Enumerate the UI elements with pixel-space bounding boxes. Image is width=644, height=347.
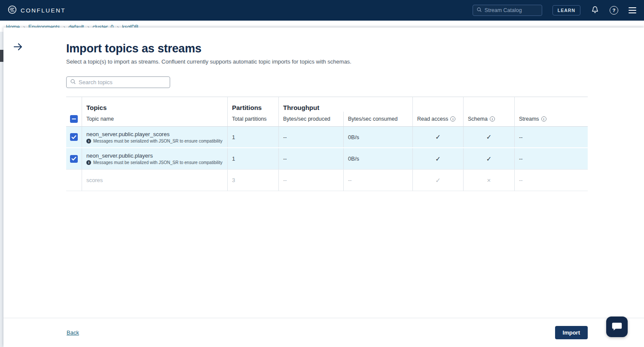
bytes-consumed-value: -- <box>343 170 412 191</box>
schema-check: ✓ <box>463 127 514 147</box>
collapse-panel-button[interactable] <box>13 42 23 53</box>
schema-check: ✓ <box>463 148 514 169</box>
read-access-check: ✓ <box>412 148 463 169</box>
table-row: neon_server.public.player_scores i Messa… <box>66 127 588 148</box>
indeterminate-icon <box>72 119 76 119</box>
col-group-topics: Topics <box>82 97 227 112</box>
streams-value: -- <box>514 170 588 191</box>
learn-button[interactable]: LEARN <box>552 5 580 15</box>
topic-note: i Messages must be serialized with JSON_… <box>86 139 223 143</box>
topic-search-input[interactable] <box>79 79 165 85</box>
topic-name: neon_server.public.player_scores <box>86 131 170 137</box>
col-group-spacer <box>514 97 588 112</box>
top-nav: CONFLUENT LEARN ? <box>0 0 644 21</box>
topics-table: Topics Partitions Throughput Topic name … <box>66 97 588 191</box>
main-menu-button[interactable] <box>629 7 636 13</box>
check-icon <box>71 155 76 162</box>
confluent-logo-icon <box>8 5 17 16</box>
chat-bubble-icon <box>611 321 623 333</box>
info-filled-icon: i <box>86 160 91 165</box>
row-checkbox[interactable] <box>70 133 78 141</box>
col-group-throughput: Throughput <box>278 97 412 112</box>
notifications-button[interactable] <box>591 6 599 15</box>
topic-search-box[interactable] <box>66 76 170 88</box>
table-row: neon_server.public.players i Messages mu… <box>66 148 588 170</box>
col-topic-name: Topic name <box>82 112 227 126</box>
col-group-spacer <box>412 97 463 112</box>
select-all-checkbox[interactable] <box>70 115 78 123</box>
help-icon: ? <box>610 6 618 15</box>
col-group-partitions: Partitions <box>227 97 278 112</box>
col-total-partitions: Total partitions <box>227 112 278 126</box>
header-checkbox-spacer <box>66 97 82 112</box>
back-link[interactable]: Back <box>67 329 79 336</box>
bytes-produced-value: -- <box>278 127 343 147</box>
page-title: Import topics as streams <box>66 42 588 55</box>
info-icon[interactable]: i <box>490 116 495 122</box>
topic-name: neon_server.public.players <box>86 152 153 159</box>
read-access-check: ✓ <box>412 170 463 191</box>
topic-note: i Messages must be serialized with JSON_… <box>86 160 223 165</box>
check-icon <box>71 134 76 140</box>
row-checkbox[interactable] <box>70 155 78 163</box>
panel-footer: Back Import <box>3 318 644 347</box>
partitions-value: 1 <box>227 148 278 169</box>
page-subtitle: Select a topic(s) to import as streams. … <box>66 58 588 65</box>
col-bytes-produced: Bytes/sec produced <box>278 112 343 126</box>
search-icon <box>476 6 482 14</box>
info-icon[interactable]: i <box>541 116 546 122</box>
info-filled-icon: i <box>86 139 91 143</box>
help-button[interactable]: ? <box>610 6 618 15</box>
bytes-consumed-value: 0B/s <box>343 148 412 169</box>
hamburger-icon <box>629 7 636 13</box>
arrow-right-icon <box>13 46 23 53</box>
col-streams: Streams i <box>514 112 588 126</box>
table-header: Topics Partitions Throughput Topic name … <box>66 97 588 127</box>
checkbox-spacer <box>66 170 82 191</box>
search-icon <box>70 79 76 86</box>
col-schema: Schema i <box>463 112 514 126</box>
confluent-logo[interactable]: CONFLUENT <box>8 5 66 16</box>
table-row: scores 3 -- -- ✓ × -- <box>66 170 588 191</box>
schema-cross: × <box>463 170 514 191</box>
chat-widget-button[interactable] <box>606 317 628 337</box>
bytes-produced-value: -- <box>278 148 343 169</box>
streams-value: -- <box>514 127 588 147</box>
col-bytes-consumed: Bytes/sec consumed <box>343 112 412 126</box>
bytes-produced-value: -- <box>278 170 343 191</box>
partitions-value: 3 <box>227 170 278 191</box>
partitions-value: 1 <box>227 127 278 147</box>
col-group-spacer <box>463 97 514 112</box>
stream-catalog-input[interactable] <box>485 7 536 13</box>
read-access-check: ✓ <box>412 127 463 147</box>
import-topics-panel: Import topics as streams Select a topic(… <box>3 27 644 347</box>
col-read-access: Read access i <box>412 112 463 126</box>
info-icon[interactable]: i <box>450 116 455 122</box>
brand-name: CONFLUENT <box>21 7 66 14</box>
streams-value: -- <box>514 148 588 169</box>
import-button[interactable]: Import <box>555 326 588 339</box>
topic-name: scores <box>86 177 103 183</box>
bell-icon <box>591 6 599 15</box>
stream-catalog-search[interactable] <box>473 5 542 16</box>
bytes-consumed-value: 0B/s <box>343 127 412 147</box>
